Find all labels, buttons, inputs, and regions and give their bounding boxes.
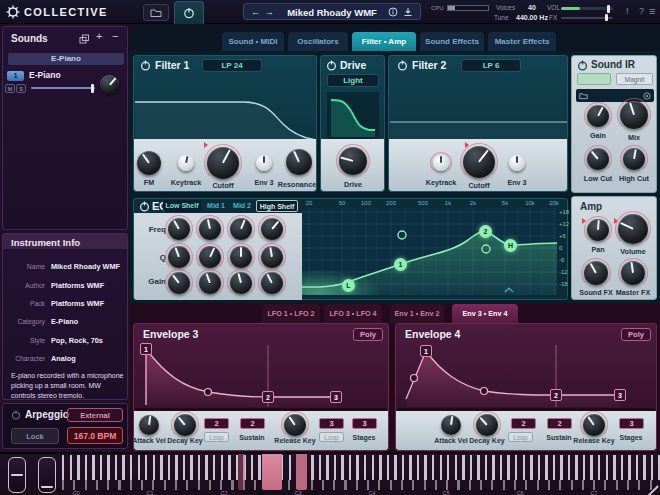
preset-next-button[interactable]: →: [265, 7, 274, 17]
sound-ir-power-icon[interactable]: [577, 60, 588, 71]
drive-amount-knob[interactable]: [339, 147, 367, 175]
filter2-mode-select[interactable]: LP 6: [461, 59, 521, 72]
env3-release-key-knob[interactable]: [284, 414, 306, 436]
vol-slider-handle[interactable]: [607, 5, 610, 13]
tab-lfo3-lfo4[interactable]: LFO 3 • LFO 4: [324, 304, 382, 323]
filter1-fm-knob[interactable]: [137, 151, 161, 175]
eq-node-high[interactable]: H: [504, 239, 517, 252]
eq-band-low-shelf[interactable]: Low Shelf: [163, 200, 201, 212]
browser-button[interactable]: [143, 4, 169, 21]
help-button[interactable]: ?: [639, 6, 644, 16]
highlighted-key[interactable]: [262, 454, 282, 490]
filter1-power-icon[interactable]: [140, 60, 151, 71]
solo-button[interactable]: S: [16, 84, 26, 93]
duplicate-icon[interactable]: [79, 34, 90, 44]
amp-volume-knob[interactable]: [618, 214, 648, 244]
sound-group-header[interactable]: E-Piano: [8, 53, 124, 65]
add-sound-button[interactable]: +: [96, 30, 102, 42]
piano-keyboard[interactable]: C0 C1 C2 C3 C4 C5 C6 C7: [0, 452, 660, 495]
drive-power-icon[interactable]: [326, 60, 337, 71]
ir-highcut-knob[interactable]: [623, 148, 645, 170]
keyboard-upper-keys[interactable]: [62, 455, 660, 480]
sound-level-handle[interactable]: [91, 84, 94, 93]
eq-gain-knob-3[interactable]: [230, 272, 252, 294]
eq-band-mid2[interactable]: Mid 2: [230, 200, 254, 212]
env3-loop-end-value[interactable]: 3: [319, 418, 344, 429]
env3-sustain-value[interactable]: 2: [240, 418, 265, 429]
ir-mix-knob[interactable]: [620, 101, 648, 129]
ir-folder-icon[interactable]: [579, 92, 588, 100]
eq-node-mid2[interactable]: 2: [479, 225, 492, 238]
tab-env3-env4[interactable]: Env 3 • Env 4: [452, 304, 518, 323]
eq-node-low[interactable]: L: [342, 279, 355, 292]
preset-prev-button[interactable]: ←: [251, 7, 260, 17]
filter1-cutoff-knob[interactable]: [207, 147, 239, 179]
eq-q-knob-1[interactable]: [168, 246, 190, 268]
sound-index-chip[interactable]: 1: [7, 71, 24, 81]
eq-gain-knob-1[interactable]: [168, 272, 190, 294]
fx-slider[interactable]: [561, 17, 613, 19]
filter1-env3-knob[interactable]: [256, 155, 272, 171]
env4-decay-key-knob[interactable]: [476, 414, 498, 436]
voices-value[interactable]: 40: [528, 4, 536, 11]
tab-master-effects[interactable]: Master Effects: [488, 32, 556, 51]
eq-q-knob-2[interactable]: [199, 246, 221, 268]
ir-clear-icon[interactable]: [643, 92, 651, 100]
highlighted-key[interactable]: [296, 454, 307, 490]
arpeggio-external-button[interactable]: External: [67, 408, 123, 422]
performance-tab[interactable]: [174, 1, 204, 24]
env4-stages-value[interactable]: 3: [619, 418, 644, 429]
preset-name[interactable]: Miked Rhoady WMF: [280, 7, 384, 18]
eq-gain-knob-4[interactable]: [261, 272, 283, 294]
eq-q-knob-4[interactable]: [261, 246, 283, 268]
filter1-keytrack-knob[interactable]: [178, 155, 194, 171]
tab-sound-effects[interactable]: Sound Effects: [420, 32, 484, 51]
ir-lowcut-knob[interactable]: [587, 148, 609, 170]
env3-node-1[interactable]: 1: [140, 343, 152, 355]
env3-node-2[interactable]: 2: [262, 391, 274, 403]
eq-band-high-shelf[interactable]: High Shelf: [256, 200, 298, 212]
amp-soundfx-knob[interactable]: [584, 261, 608, 285]
pitch-wheel[interactable]: [8, 457, 26, 493]
env4-node-3[interactable]: 3: [614, 389, 626, 401]
sound-pan-knob[interactable]: [100, 75, 119, 94]
tab-oscillators[interactable]: Oscillators: [288, 32, 348, 51]
arpeggio-power-icon[interactable]: [11, 410, 21, 420]
envelope4-poly-button[interactable]: Poly: [621, 328, 651, 341]
sound-level-slider[interactable]: [31, 87, 95, 89]
eq-graph[interactable]: [302, 208, 557, 295]
filter2-keytrack-knob[interactable]: [433, 155, 449, 171]
eq-freq-knob-2[interactable]: [199, 218, 221, 240]
mute-button[interactable]: M: [5, 84, 15, 93]
env4-sustain-value[interactable]: 2: [547, 418, 572, 429]
eq-gain-knob-2[interactable]: [199, 272, 221, 294]
env4-node-2[interactable]: 2: [550, 389, 562, 401]
eq-power-icon[interactable]: [139, 201, 150, 212]
tab-sound-midi[interactable]: Sound • MIDI: [222, 32, 284, 51]
menu-icon[interactable]: ≡: [649, 5, 655, 17]
sound-name[interactable]: E-Piano: [29, 70, 61, 80]
env3-loop-button-1[interactable]: Loop: [204, 432, 229, 442]
amp-masterfx-knob[interactable]: [621, 261, 645, 285]
env3-node-3[interactable]: 3: [330, 391, 342, 403]
env3-decay-key-knob[interactable]: [174, 414, 196, 436]
filter1-resonance-knob[interactable]: [286, 149, 312, 175]
ir-gain-knob[interactable]: [587, 105, 609, 127]
env4-attack-vel-knob[interactable]: [441, 415, 461, 435]
eq-node-mid1[interactable]: 1: [394, 258, 407, 271]
filter2-power-icon[interactable]: [397, 60, 408, 71]
eq-q-knob-3[interactable]: [230, 246, 252, 268]
vol-slider[interactable]: [561, 7, 613, 10]
eq-band-mid1[interactable]: Mid 1: [204, 200, 228, 212]
fx-slider-handle[interactable]: [605, 14, 608, 21]
tab-lfo1-lfo2[interactable]: LFO 1 • LFO 2: [262, 304, 320, 323]
env3-stages-value[interactable]: 3: [352, 418, 377, 429]
env4-node-1[interactable]: 1: [420, 345, 432, 357]
amp-pan-knob[interactable]: [587, 219, 609, 241]
filter2-cutoff-knob[interactable]: [463, 146, 495, 178]
tab-env1-env2[interactable]: Env 1 • Env 2: [390, 304, 444, 323]
sound-ir-mode-button-2[interactable]: Magnit: [616, 73, 653, 85]
arpeggio-lock-button[interactable]: Lock: [11, 428, 59, 444]
eq-freq-knob-3[interactable]: [230, 218, 252, 240]
alert-indicator[interactable]: !: [626, 6, 629, 16]
